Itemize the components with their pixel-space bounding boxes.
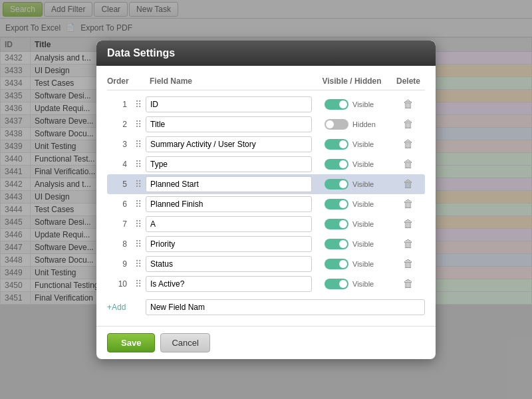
field-row: 4 Visible 🗑: [107, 154, 425, 174]
add-field-link[interactable]: +Add: [107, 303, 146, 312]
field-row: 6 Visible 🗑: [107, 194, 425, 214]
field-row-num: 9: [107, 259, 131, 269]
drag-handle-icon[interactable]: [131, 259, 146, 269]
toggle-area: Visible: [312, 199, 392, 209]
visibility-toggle[interactable]: [325, 99, 348, 110]
field-name-input[interactable]: [146, 276, 312, 292]
visibility-toggle[interactable]: [325, 119, 348, 130]
drag-handle-icon[interactable]: [131, 159, 146, 170]
field-row-num: 4: [107, 160, 131, 169]
drag-handle-icon[interactable]: [131, 119, 146, 130]
toggle-area: Visible: [312, 259, 392, 269]
new-field-input[interactable]: [146, 299, 425, 315]
drag-handle-icon[interactable]: [131, 239, 146, 249]
delete-button[interactable]: 🗑: [392, 258, 425, 270]
field-row: 5 Visible 🗑: [107, 174, 425, 194]
field-name-input[interactable]: [146, 136, 312, 152]
delete-button[interactable]: 🗑: [392, 118, 425, 130]
dialog-title: Data Settings: [107, 47, 175, 59]
data-settings-dialog: Data Settings Order Field Name Visible /…: [96, 41, 436, 359]
delete-button[interactable]: 🗑: [392, 178, 425, 190]
visibility-toggle[interactable]: [325, 159, 348, 170]
field-name-input[interactable]: [146, 176, 312, 192]
field-row-num: 2: [107, 120, 131, 129]
trash-icon[interactable]: 🗑: [403, 218, 414, 230]
visibility-toggle[interactable]: [325, 259, 348, 269]
save-button[interactable]: Save: [107, 333, 155, 352]
field-row-num: 8: [107, 239, 131, 249]
field-row: 10 Visible 🗑: [107, 274, 425, 294]
dialog-body: Order Field Name Visible / Hidden Delete…: [96, 66, 436, 326]
toggle-area: Visible: [312, 279, 392, 289]
dialog-header: Data Settings: [96, 41, 436, 66]
field-name-input[interactable]: [146, 156, 312, 172]
column-headers: Order Field Name Visible / Hidden Delete: [107, 74, 425, 90]
add-field-row: +Add: [107, 297, 425, 318]
field-row-num: 6: [107, 200, 131, 209]
trash-icon[interactable]: 🗑: [403, 178, 414, 190]
visibility-label: Visible: [352, 200, 379, 208]
visibility-toggle[interactable]: [325, 139, 348, 150]
drag-handle-icon[interactable]: [131, 139, 146, 150]
visibility-label: Visible: [352, 220, 379, 228]
field-row: 2 Hidden 🗑: [107, 114, 425, 134]
field-name-input[interactable]: [146, 236, 312, 252]
delete-button[interactable]: 🗑: [392, 238, 425, 250]
toggle-area: Visible: [312, 99, 392, 110]
fields-container: 1 Visible 🗑 2 Hidden: [107, 94, 425, 294]
visibility-toggle[interactable]: [325, 239, 348, 249]
delete-button[interactable]: 🗑: [392, 158, 425, 170]
field-row: 8 Visible 🗑: [107, 234, 425, 254]
delete-button[interactable]: 🗑: [392, 198, 425, 210]
visibility-toggle[interactable]: [325, 199, 348, 209]
cancel-button[interactable]: Cancel: [160, 333, 209, 352]
field-name-input[interactable]: [146, 96, 312, 112]
field-row-num: 10: [107, 279, 131, 289]
col-field-header: Field Name: [131, 76, 312, 86]
trash-icon[interactable]: 🗑: [403, 138, 414, 150]
delete-button[interactable]: 🗑: [392, 138, 425, 150]
field-name-input[interactable]: [146, 196, 312, 212]
toggle-area: Hidden: [312, 119, 392, 130]
drag-handle-icon[interactable]: [131, 199, 146, 209]
visibility-label: Visible: [352, 280, 379, 288]
visibility-toggle[interactable]: [325, 179, 348, 190]
delete-button[interactable]: 🗑: [392, 98, 425, 110]
field-row: 9 Visible 🗑: [107, 254, 425, 274]
visibility-label: Visible: [352, 260, 379, 268]
drag-handle-icon[interactable]: [131, 99, 146, 110]
visibility-label: Hidden: [352, 120, 379, 128]
field-name-input[interactable]: [146, 116, 312, 132]
toggle-area: Visible: [312, 139, 392, 150]
col-delete-header: Delete: [392, 76, 425, 86]
visibility-label: Visible: [352, 140, 379, 148]
trash-icon[interactable]: 🗑: [403, 238, 414, 250]
drag-handle-icon[interactable]: [131, 179, 146, 190]
drag-handle-icon[interactable]: [131, 219, 146, 229]
field-row: 3 Visible 🗑: [107, 134, 425, 154]
field-row-num: 5: [107, 180, 131, 189]
toggle-area: Visible: [312, 239, 392, 249]
visibility-label: Visible: [352, 240, 379, 248]
drag-handle-icon[interactable]: [131, 279, 146, 289]
field-row-num: 3: [107, 140, 131, 149]
field-row-num: 7: [107, 219, 131, 229]
visibility-toggle[interactable]: [325, 219, 348, 229]
visibility-label: Visible: [352, 100, 379, 108]
visibility-label: Visible: [352, 180, 379, 188]
trash-icon[interactable]: 🗑: [403, 158, 414, 170]
field-name-input[interactable]: [146, 216, 312, 232]
toggle-area: Visible: [312, 159, 392, 170]
field-row: 1 Visible 🗑: [107, 94, 425, 114]
trash-icon[interactable]: 🗑: [403, 118, 414, 130]
trash-icon[interactable]: 🗑: [403, 198, 414, 210]
visibility-toggle[interactable]: [325, 279, 348, 289]
delete-button[interactable]: 🗑: [392, 278, 425, 290]
field-name-input[interactable]: [146, 256, 312, 272]
trash-icon[interactable]: 🗑: [403, 258, 414, 270]
trash-icon[interactable]: 🗑: [403, 98, 414, 110]
trash-icon[interactable]: 🗑: [403, 278, 414, 290]
field-row-num: 1: [107, 100, 131, 109]
col-order-header: Order: [107, 76, 131, 86]
delete-button[interactable]: 🗑: [392, 218, 425, 230]
